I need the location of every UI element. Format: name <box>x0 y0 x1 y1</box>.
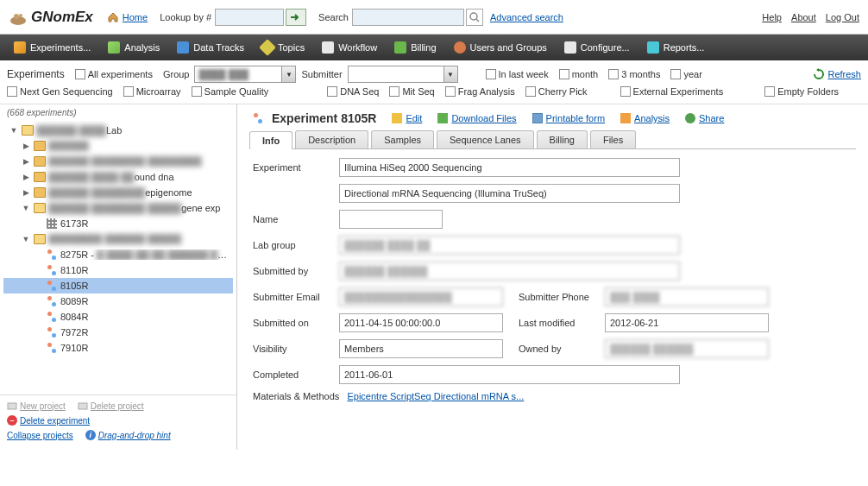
tree-folder[interactable]: ▶██████ <box>3 138 233 154</box>
data-tracks-icon <box>177 41 189 54</box>
new-project-link[interactable]: New project <box>7 401 66 411</box>
tree-item-8089[interactable]: 8089R <box>3 293 233 309</box>
home-label[interactable]: Home <box>123 12 148 22</box>
submitter-label: Submitter <box>301 69 342 79</box>
experiment-label: Experiment <box>253 162 339 173</box>
completed-label: Completed <box>253 369 339 380</box>
filter-bar: Experiments All experiments Group ████ █… <box>0 60 868 104</box>
experiment-icon <box>46 312 58 322</box>
tree-item-6173[interactable]: 6173R <box>3 216 233 231</box>
about-link[interactable]: About <box>791 12 816 22</box>
menu-configure[interactable]: Configure... <box>556 35 638 60</box>
home-link[interactable]: Home <box>107 11 148 23</box>
menu-users-groups[interactable]: Users and Groups <box>445 35 556 60</box>
tree-item-7910[interactable]: 7910R <box>3 340 233 356</box>
lookup-go-button[interactable] <box>286 9 306 26</box>
experiment-icon <box>46 327 58 338</box>
tree-item-8084[interactable]: 8084R <box>3 309 233 325</box>
tree-folder[interactable]: ▶██████ ████ ██ ound dna <box>3 169 233 185</box>
experiment-icon <box>46 296 58 306</box>
three-months-checkbox[interactable]: 3 months <box>608 69 660 79</box>
analysis-link[interactable]: Analysis <box>620 113 670 123</box>
printable-link[interactable]: Printable form <box>532 113 605 123</box>
menu-analysis[interactable]: Analysis <box>99 35 168 60</box>
info-icon: i <box>85 430 96 440</box>
search-input[interactable] <box>352 9 464 26</box>
share-link[interactable]: Share <box>685 113 724 123</box>
experiment-count: (668 experiments) <box>0 104 236 121</box>
menu-experiments[interactable]: Experiments... <box>5 35 99 60</box>
help-link[interactable]: Help <box>762 12 782 22</box>
all-experiments-checkbox[interactable]: All experiments <box>75 69 153 79</box>
tree-item-8105[interactable]: 8105R <box>3 278 233 293</box>
lab-group-label: Lab group <box>253 240 339 250</box>
dna-seq-checkbox[interactable]: DNA Seq <box>327 86 379 97</box>
sidebar: (668 experiments) ▼██████ ████ Lab ▶████… <box>0 104 237 450</box>
last-week-checkbox[interactable]: In last week <box>486 69 549 79</box>
analysis-icon <box>108 41 120 54</box>
month-checkbox[interactable]: month <box>559 69 599 79</box>
submitted-by-label: Submitted by <box>253 266 339 276</box>
menu-billing[interactable]: Billing <box>386 35 444 60</box>
lookup-input[interactable] <box>215 9 284 26</box>
main-panel: (668 experiments) ▼██████ ████ Lab ▶████… <box>0 104 868 450</box>
menu-data-tracks[interactable]: Data Tracks <box>168 35 253 60</box>
lab-group-field: ██████ ████ ██ <box>339 236 680 255</box>
frag-analysis-checkbox[interactable]: Frag Analysis <box>445 86 515 97</box>
next-gen-checkbox[interactable]: Next Gen Sequencing <box>7 86 113 97</box>
collapse-projects-link[interactable]: Collapse projects <box>7 431 73 440</box>
edit-link[interactable]: Edit <box>392 113 422 123</box>
submitter-combo[interactable]: ▼ <box>348 66 458 83</box>
topics-icon <box>259 39 276 56</box>
tab-description[interactable]: Description <box>295 130 368 148</box>
search-label: Search <box>318 12 349 22</box>
menu-reports[interactable]: Reports... <box>638 35 714 60</box>
tree-lab-root[interactable]: ▼██████ ████ Lab <box>3 123 233 138</box>
visibility-label: Visibility <box>253 344 339 354</box>
owned-by-field: ██████ ██████ <box>605 339 769 358</box>
tree-folder[interactable]: ▶██████ ████████ epigenome <box>3 185 233 200</box>
download-link[interactable]: Download Files <box>437 113 516 123</box>
mit-seq-checkbox[interactable]: Mit Seq <box>389 86 434 97</box>
refresh-link[interactable]: Refresh <box>813 68 861 80</box>
external-exp-checkbox[interactable]: External Experiments <box>620 86 724 97</box>
tree-folder-gene[interactable]: ▼██████ ████████ █████ gene exp <box>3 200 233 216</box>
experiments-title: Experiments <box>7 68 65 80</box>
delete-experiment-link[interactable]: –Delete experiment <box>7 415 90 426</box>
cherry-pick-checkbox[interactable]: Cherry Pick <box>525 86 588 97</box>
tree-folder-sub[interactable]: ▼████████ ██████ █████ <box>3 231 233 247</box>
detail-panel: Experiment 8105R Edit Download Files Pri… <box>237 104 868 450</box>
drag-hint-link[interactable]: iDrag-and-drop hint <box>85 430 171 440</box>
tree-folder[interactable]: ▶██████ ████████ ████████ <box>3 154 233 169</box>
group-combo[interactable]: ████ ███▼ <box>194 66 296 83</box>
tab-info[interactable]: Info <box>249 131 292 149</box>
logout-link[interactable]: Log Out <box>826 12 859 22</box>
empty-folders-checkbox[interactable]: Empty Folders <box>764 86 839 97</box>
tab-files[interactable]: Files <box>590 130 636 148</box>
experiment-tree[interactable]: ▼██████ ████ Lab ▶██████ ▶██████ ███████… <box>0 121 236 394</box>
materials-link[interactable]: Epicentre ScriptSeq Directional mRNA s..… <box>347 391 524 401</box>
app-logo: GNomEx <box>9 9 93 26</box>
microarray-checkbox[interactable]: Microarray <box>123 86 181 97</box>
svg-point-2 <box>19 14 22 17</box>
lookup-label: Lookup by # <box>160 12 211 22</box>
delete-icon: – <box>7 415 17 426</box>
delete-project-link[interactable]: Delete project <box>78 401 144 411</box>
menu-workflow[interactable]: Workflow <box>313 35 386 60</box>
submitter-email-label: Submitter Email <box>253 292 339 302</box>
sample-quality-checkbox[interactable]: Sample Quality <box>192 86 269 97</box>
advanced-search-link[interactable]: Advanced search <box>490 12 563 22</box>
tree-item-8275[interactable]: 8275R - █ ████ ██ ██ ██████ ███ <box>3 247 233 262</box>
svg-rect-6 <box>79 403 87 409</box>
menu-topics[interactable]: Topics <box>253 35 313 60</box>
tree-item-7972[interactable]: 7972R <box>3 325 233 340</box>
tab-sequence-lanes[interactable]: Sequence Lanes <box>437 130 534 148</box>
search-button[interactable] <box>466 9 483 26</box>
tab-billing[interactable]: Billing <box>537 130 588 148</box>
tree-item-8110[interactable]: 8110R <box>3 262 233 278</box>
year-checkbox[interactable]: year <box>670 69 701 79</box>
name-field[interactable] <box>339 210 443 229</box>
svg-point-1 <box>14 14 19 19</box>
tab-samples[interactable]: Samples <box>371 130 434 148</box>
detail-header: Experiment 8105R Edit Download Files Pri… <box>249 111 856 125</box>
